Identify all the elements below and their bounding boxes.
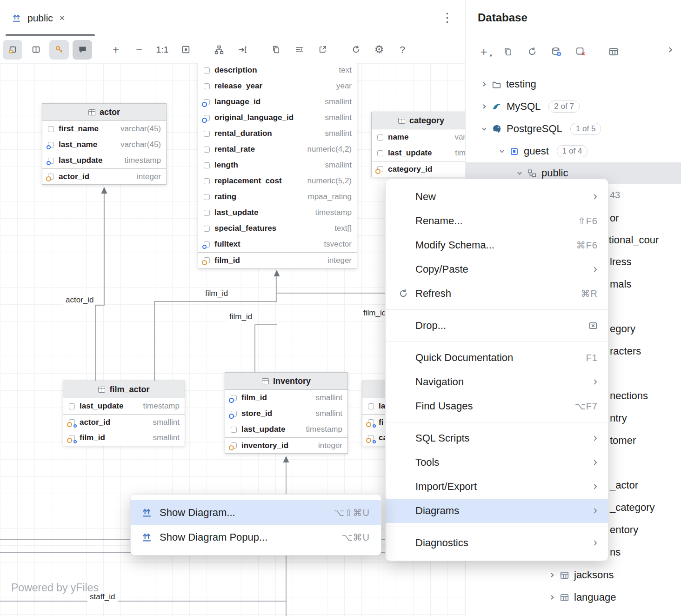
table-row[interactable]: last_updatetimestamp [198,205,357,221]
menu-item-show-diagram[interactable]: Show Diagram... ⌥⇧⌘U [131,500,381,525]
chevron-right-icon[interactable] [481,104,487,109]
column-icon [203,194,210,201]
database-icon [510,147,519,156]
table-row[interactable]: rental_ratenumeric(4,2) [198,141,357,157]
table-row[interactable]: replacement_costnumeric(5,2) [198,173,357,189]
table-row[interactable]: store_idsmallint [225,406,347,422]
chevron-right-icon[interactable] [481,81,487,87]
clipped-tree-text: ntry [610,412,627,424]
table-row[interactable]: last_updatetimestamp [225,422,347,437]
hide-panel-chevron-icon[interactable] [667,47,674,53]
menu-item-drop[interactable]: Drop... [386,314,608,338]
show-columns-button[interactable] [3,40,22,60]
apply-layout-button[interactable] [209,40,229,60]
menu-item-modify-schema[interactable]: Modify Schema... ⌘F6 [386,233,608,257]
diagram-table-inventory[interactable]: inventory film_idsmallint store_idsmalli… [225,372,348,454]
chevron-down-icon[interactable] [499,148,505,154]
menu-item-sql-scripts[interactable]: SQL Scripts [386,426,608,450]
diagram-icon [142,532,152,542]
data-source-properties-button[interactable] [547,42,566,61]
table-row[interactable]: inventory_idinteger [225,437,347,453]
split-columns-button[interactable] [26,40,46,60]
table-row[interactable]: film_idsmallint [225,390,347,406]
diagram-table-category[interactable]: category namevar last_updatetim category… [371,112,465,177]
table-row[interactable]: film_idinteger [198,252,357,268]
table-row[interactable]: ratingmpaa_rating [198,189,357,205]
table-header[interactable]: actor [42,104,166,121]
table-row[interactable]: last_updatetim [372,145,465,161]
tree-item-postgresql[interactable]: PostgreSQL 1 of 5 [481,118,601,140]
table-row[interactable]: actor_idinteger [42,168,166,184]
table-header[interactable]: category [372,112,465,129]
chevron-down-icon[interactable] [517,170,522,176]
more-options-icon[interactable]: ⋮ [441,10,454,25]
table-row[interactable]: release_yearyear [198,78,357,94]
zoom-in-button[interactable]: + [106,40,126,60]
column-icon [377,150,384,157]
diagram-table-film[interactable]: descriptiontext release_yearyear languag… [198,63,357,268]
table-row[interactable]: first_namevarchar(45) [42,121,166,137]
menu-item-diagrams[interactable]: Diagrams [386,499,608,523]
table-view-button[interactable] [604,42,623,61]
submenu-arrow-icon [593,378,598,386]
menu-item-rename[interactable]: Rename... ⇧F6 [386,209,608,233]
tree-item-language[interactable]: language [549,586,616,609]
menu-item-diagnostics[interactable]: Diagnostics [386,531,608,555]
menu-item-import-export[interactable]: Import/Export [386,475,608,499]
table-row[interactable]: last_updatetimestamp [42,153,166,168]
clipped-tree-text: _actor [610,479,638,491]
chevron-right-icon[interactable] [549,595,555,600]
table-row[interactable]: special_featurestext[] [198,221,357,236]
table-row[interactable]: last_namevarchar(45) [42,137,166,153]
menu-item-navigation[interactable]: Navigation [386,370,608,394]
tab-public[interactable]: public × [7,0,71,36]
layout-direction-button[interactable] [233,40,252,60]
table-header[interactable]: inventory [225,373,347,390]
diagram-table-film-actor[interactable]: film_actor last_updatetimestamp actor_id… [63,381,185,446]
table-row[interactable]: category_id [372,161,465,177]
actual-size-button[interactable]: 1:1 [153,40,172,60]
menu-item-find-usages[interactable]: Find Usages ⌥F7 [386,394,608,418]
zoom-out-button[interactable]: − [129,40,149,60]
chevron-down-icon[interactable] [481,126,487,132]
tree-item-jacksons[interactable]: jacksons [549,564,614,586]
help-button[interactable]: ? [393,40,412,60]
table-row[interactable]: original_language_idsmallint [198,110,357,126]
menu-item-quick-documentation[interactable]: Quick Documentation F1 [386,346,608,370]
close-icon[interactable]: × [59,13,65,23]
table-row[interactable]: namevar [372,129,465,145]
menu-item-show-diagram-popup[interactable]: Show Diagram Popup... ⌥⌘U [131,525,381,549]
tree-item-mysql[interactable]: MySQL 2 of 7 [481,95,580,118]
duplicate-button[interactable] [498,42,518,61]
table-row[interactable]: last_updatetimestamp [63,398,185,414]
refresh-button[interactable] [522,42,542,61]
diagram-table-actor[interactable]: actor first_namevarchar(45) last_namevar… [42,103,167,185]
refresh-button[interactable] [346,40,366,60]
table-row[interactable]: film_idsmallint [63,430,185,446]
settings-button[interactable]: ⚙ [369,40,389,60]
table-row[interactable]: language_idsmallint [198,94,357,110]
edge-labels-button[interactable] [289,40,309,60]
disconnect-button[interactable] [571,42,590,61]
new-item-button[interactable]: + ▾ [474,42,494,61]
fit-content-button[interactable] [176,40,195,60]
table-row[interactable]: fulltexttsvector [198,236,357,252]
table-row[interactable]: descriptiontext [198,63,357,78]
table-header[interactable]: film_actor [63,381,185,398]
menu-item-copy-paste[interactable]: Copy/Paste [386,257,608,281]
chevron-right-icon[interactable] [549,572,555,578]
table-row[interactable]: lengthsmallint [198,157,357,173]
show-keys-button[interactable] [49,40,69,60]
table-icon [98,387,105,393]
show-comments-button[interactable] [73,40,92,60]
tree-item-guest[interactable]: guest 1 of 4 [499,140,588,162]
table-row[interactable]: rental_durationsmallint [198,126,357,141]
menu-item-tools[interactable]: Tools [386,450,608,475]
tree-item-testing[interactable]: testing [481,73,536,95]
copy-diagram-button[interactable] [266,40,286,60]
table-row[interactable]: actor_idsmallint [63,414,185,430]
menu-item-new[interactable]: New [386,185,608,209]
open-in-new-window-button[interactable] [313,40,332,60]
tree-item-partial[interactable] [549,609,569,616]
menu-item-refresh[interactable]: Refresh ⌘R [386,281,608,306]
